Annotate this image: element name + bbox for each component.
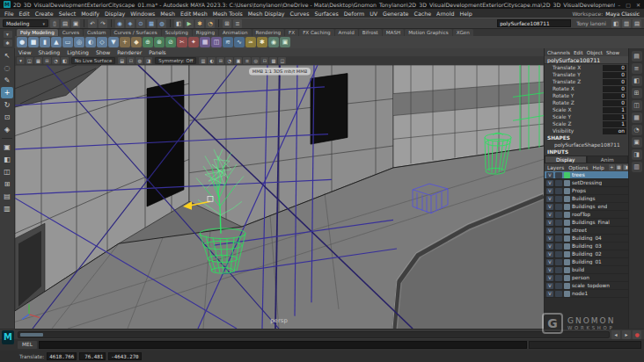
menu-item[interactable]: Mesh — [160, 11, 175, 17]
channel-attribute-label[interactable]: Rotate X — [553, 86, 603, 91]
panel-toolbar-icon[interactable]: ◍ — [135, 57, 143, 64]
layout-shortcut-icon[interactable]: ▥ — [1, 203, 13, 214]
layer-color-swatch[interactable] — [564, 235, 570, 242]
panel-toolbar-icon[interactable]: ◔ — [52, 57, 60, 64]
status-icon[interactable]: ◍ — [157, 19, 166, 28]
layer-visibility-toggle[interactable]: V — [546, 283, 553, 289]
sidebar-panel-icon[interactable]: ▣ — [632, 137, 642, 148]
panel-toolbar-icon[interactable]: ≡ — [243, 57, 251, 64]
layout-shortcut-icon[interactable]: ⊞ — [1, 178, 13, 190]
layer-row[interactable]: V Building_02 — [545, 250, 628, 258]
layer-row[interactable]: V Buildings — [545, 195, 628, 203]
menu-item[interactable]: Generate — [383, 11, 408, 17]
layer-color-swatch[interactable] — [564, 251, 570, 257]
panel-menu-item[interactable]: Show — [96, 49, 110, 55]
shelf-tab[interactable]: Animation — [219, 29, 252, 36]
sidebar-panel-icon[interactable]: ▤ — [632, 51, 642, 62]
menu-item[interactable]: UV — [370, 11, 377, 17]
tool-icon[interactable]: ✎ — [1, 75, 13, 86]
layer-row[interactable]: V roofTop — [545, 211, 628, 219]
panel-menu-item[interactable]: View — [18, 49, 31, 55]
tool-icon[interactable]: ⊡ — [1, 112, 13, 123]
layer-display-type-toggle[interactable] — [555, 235, 562, 242]
channel-attribute-value[interactable]: 0 — [603, 93, 626, 99]
panel-toolbar-icon[interactable]: ◫ — [278, 57, 286, 64]
shape-node-name[interactable]: polySurfaceShape108711 — [545, 141, 628, 148]
layer-visibility-toggle[interactable]: V — [546, 259, 553, 265]
layer-visibility-toggle[interactable]: V — [546, 172, 553, 178]
shelf-tool-icon[interactable]: ≋ — [223, 37, 233, 47]
status-icon[interactable]: ↶ — [88, 19, 97, 28]
layer-row[interactable]: V Building_04 — [545, 235, 628, 243]
playback-option-icon[interactable]: ▸ — [622, 330, 631, 339]
shelf-tool-icon[interactable]: ◐ — [85, 37, 96, 47]
layer-editor-menu-item[interactable]: Layers — [547, 165, 564, 170]
command-line-input[interactable] — [39, 341, 527, 349]
shelf-tool-icon[interactable]: + — [120, 37, 130, 47]
layer-color-swatch[interactable] — [564, 212, 570, 218]
layer-visibility-toggle[interactable]: V — [546, 188, 553, 194]
sidebar-panel-icon[interactable]: ◫ — [632, 100, 642, 111]
layer-row[interactable]: V setDressing — [545, 179, 628, 187]
layer-color-swatch[interactable] — [564, 275, 570, 281]
menu-item[interactable]: Windows — [130, 11, 155, 17]
tool-icon[interactable]: ↻ — [1, 99, 13, 111]
sidebar-panel-icon[interactable]: ◨ — [632, 149, 642, 160]
channel-attribute-value[interactable]: on — [603, 128, 626, 134]
sidebar-panel-icon[interactable]: ▦ — [632, 112, 642, 123]
layer-editor-menu-item[interactable]: Options — [568, 165, 588, 170]
layer-editor-tab[interactable]: Anim — [587, 156, 629, 163]
status-icon[interactable]: ▶ — [185, 19, 194, 28]
status-icon[interactable]: ▦ — [147, 19, 156, 28]
panel-toolbar-icon[interactable]: ▤ — [118, 57, 126, 64]
menu-item[interactable]: Arnold — [436, 11, 454, 17]
shelf-tool-icon[interactable]: ✱ — [257, 37, 267, 47]
shelf-tab[interactable]: Sculpting — [162, 29, 192, 36]
panel-toolbar-icon[interactable]: ◫ — [26, 57, 33, 64]
layer-display-type-toggle[interactable] — [555, 220, 562, 226]
layer-color-swatch[interactable] — [564, 228, 570, 234]
shelf-tab[interactable]: Motion Graphics — [405, 29, 451, 36]
panel-menu-item[interactable]: Lighting — [67, 49, 89, 55]
panel-toolbar-icon[interactable]: ▥ — [199, 57, 207, 64]
layer-editor-button[interactable]: ▦ — [616, 164, 622, 170]
symmetry-chip[interactable]: Symmetry: Off — [155, 57, 196, 64]
status-icon[interactable] — [218, 19, 219, 27]
layout-shortcut-icon[interactable]: ◧ — [1, 154, 13, 165]
status-icon[interactable]: ⊞ — [223, 19, 231, 28]
channel-attribute-value[interactable]: 0 — [603, 72, 626, 78]
status-icon[interactable] — [84, 19, 84, 27]
shelf-tab[interactable]: Poly Modeling — [17, 29, 58, 36]
menu-item[interactable]: Display — [105, 11, 125, 17]
shelf-tab[interactable]: Curves — [59, 29, 83, 36]
maximize-button[interactable]: ▢ — [626, 2, 631, 8]
layer-visibility-toggle[interactable]: V — [546, 235, 553, 242]
menu-item[interactable]: Help — [459, 11, 472, 17]
status-icon[interactable]: ≡ — [233, 19, 242, 28]
channel-attribute-value[interactable]: 1 — [603, 107, 626, 113]
layer-row[interactable]: V Building_01 — [545, 258, 628, 266]
minimize-button[interactable]: – — [618, 2, 620, 8]
menu-item[interactable]: Mesh Tools — [213, 11, 243, 17]
channel-attribute-label[interactable]: Scale Z — [553, 121, 603, 127]
layer-visibility-toggle[interactable]: V — [546, 220, 553, 226]
channel-box-menu-item[interactable]: Edit — [574, 50, 583, 55]
sidebar-toggle-icon[interactable]: ▤ — [633, 19, 641, 28]
sidebar-toggle-icon[interactable]: ▥ — [622, 19, 631, 28]
shelf-tab[interactable]: Custom — [84, 29, 109, 36]
sidebar-panel-icon[interactable]: ⊞ — [632, 88, 642, 98]
layer-display-type-toggle[interactable] — [555, 204, 562, 210]
panel-toolbar-icon[interactable]: ⊡ — [127, 57, 135, 64]
shelf-menu-icon[interactable]: ✱ — [4, 40, 12, 47]
channel-attribute-label[interactable]: Scale X — [553, 107, 603, 112]
layer-display-type-toggle[interactable] — [555, 291, 562, 297]
viewport-3d-scene[interactable]: MMB 1:1 3DS mb/t MMB persp — [15, 65, 544, 329]
range-slider-handle[interactable] — [20, 333, 43, 337]
layer-color-swatch[interactable] — [564, 283, 570, 289]
channel-attribute-value[interactable]: 1 — [603, 121, 626, 127]
selection-name-field[interactable]: polySurface108711 — [497, 19, 571, 27]
shelf-tool-icon[interactable]: ▭ — [62, 37, 73, 47]
coordinate-field[interactable]: -4643.270 — [108, 352, 141, 360]
layer-color-swatch[interactable] — [564, 267, 570, 273]
panel-toolbar-icon[interactable]: ⊞ — [43, 57, 51, 64]
